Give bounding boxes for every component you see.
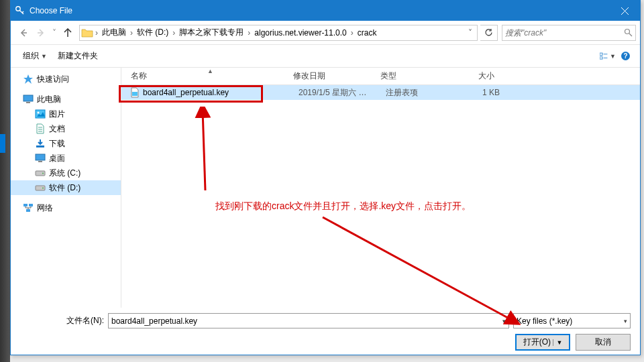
arrow-right-icon [36, 28, 46, 38]
address-bar[interactable]: › 此电脑› 软件 (D:)› 脚本之家下载专用› algorius.net.v… [79, 25, 478, 41]
drive-icon [35, 168, 46, 178]
col-type[interactable]: 类型 [380, 70, 454, 82]
sidebar: 快速访问 此电脑 图片文档下载桌面系统 (C:)软件 (D:) 网络 [11, 68, 121, 308]
svg-rect-17 [26, 102, 30, 103]
window-title: Choose File [30, 6, 610, 15]
help-button[interactable]: ? [617, 48, 633, 64]
svg-rect-32 [26, 209, 30, 212]
search-input[interactable] [505, 28, 624, 38]
view-options[interactable]: ▼ [600, 48, 616, 64]
close-icon [621, 7, 629, 15]
sidebar-this-pc[interactable]: 此电脑 [11, 92, 121, 107]
refresh-button[interactable] [480, 25, 498, 41]
sidebar-item[interactable]: 桌面 [11, 151, 121, 166]
up-button[interactable] [59, 24, 76, 42]
svg-line-9 [629, 34, 632, 36]
search-box[interactable] [502, 25, 636, 41]
svg-text:?: ? [623, 52, 627, 60]
svg-point-19 [38, 112, 40, 114]
close-button[interactable] [610, 1, 640, 21]
drive-icon [35, 182, 46, 193]
sidebar-item[interactable]: 图片 [11, 107, 121, 121]
pictures-icon [35, 109, 46, 119]
breadcrumb[interactable]: 软件 (D:) [133, 25, 172, 40]
annotation-arrow-1 [192, 107, 219, 194]
file-row[interactable]: board4all_perpetual.key2019/1/5 星期六 …注册表… [121, 85, 640, 100]
svg-point-29 [42, 188, 44, 189]
footer: 文件名(N): board4all_perpetual.key▾ Key fil… [11, 308, 640, 355]
svg-rect-24 [36, 154, 45, 160]
file-list: ▲ 名称 修改日期 类型 大小 board4all_perpetual.key2… [121, 68, 640, 308]
cancel-button[interactable]: 取消 [576, 334, 631, 351]
view-icon [600, 52, 608, 61]
svg-point-27 [42, 173, 44, 174]
svg-rect-10 [600, 53, 602, 55]
forward-button[interactable] [32, 24, 50, 42]
new-folder-button[interactable]: 新建文件夹 [52, 48, 103, 64]
key-icon [15, 5, 25, 16]
recent-dropdown[interactable]: ˅ [50, 28, 59, 38]
organize-menu[interactable]: 组织 ▼ [17, 48, 52, 64]
col-size[interactable]: 大小 [454, 70, 508, 82]
col-date[interactable]: 修改日期 [293, 70, 380, 82]
refresh-icon [484, 28, 493, 37]
folder-icon [81, 27, 93, 39]
svg-rect-16 [23, 95, 33, 101]
filetype-filter[interactable]: Key files (*.key)▾ [513, 313, 631, 328]
sidebar-quick-access[interactable]: 快速访问 [11, 72, 121, 86]
svg-line-34 [203, 110, 205, 190]
breadcrumb[interactable]: 脚本之家下载专用 [176, 25, 247, 40]
titlebar: Choose File [11, 1, 640, 21]
filename-input[interactable]: board4all_perpetual.key▾ [108, 313, 509, 328]
sidebar-item[interactable]: 文档 [11, 121, 121, 136]
filename-label: 文件名(N): [57, 315, 104, 326]
documents-icon [35, 123, 46, 134]
arrow-left-icon [19, 28, 28, 38]
svg-rect-23 [36, 145, 44, 147]
network-icon [23, 202, 34, 213]
back-button[interactable] [15, 24, 32, 42]
file-dialog: Choose File ˅ › 此电脑› 软件 (D:)› 脚本之家下载专用› … [10, 0, 641, 355]
svg-line-2 [22, 11, 23, 13]
annotation-text: 找到刚下载的crack文件并且打开，选择.key文件，点击打开。 [215, 200, 471, 213]
toolbar: 组织 ▼ 新建文件夹 ▼ ? [11, 45, 640, 68]
desktop-icon [35, 153, 46, 164]
svg-rect-30 [23, 204, 28, 206]
svg-line-35 [323, 217, 514, 321]
sidebar-item[interactable]: 软件 (D:) [11, 180, 121, 195]
address-dropdown[interactable]: ˅ [464, 28, 476, 38]
column-headers: ▲ 名称 修改日期 类型 大小 [121, 68, 640, 85]
pc-icon [23, 94, 34, 105]
sidebar-item[interactable]: 系统 (C:) [11, 166, 121, 180]
svg-rect-33 [132, 92, 138, 96]
help-icon: ? [621, 51, 631, 61]
breadcrumb[interactable]: 此电脑 [99, 25, 129, 40]
svg-rect-11 [600, 56, 602, 58]
sidebar-item[interactable]: 下载 [11, 136, 121, 151]
open-button[interactable]: 打开(O) ▼ [515, 334, 570, 351]
star-icon [23, 74, 34, 84]
regfile-icon [129, 87, 140, 98]
svg-rect-31 [29, 204, 33, 206]
svg-rect-25 [38, 161, 42, 162]
navbar: ˅ › 此电脑› 软件 (D:)› 脚本之家下载专用› algorius.net… [11, 21, 640, 45]
breadcrumb[interactable]: algorius.net.viewer-11.0.0 [251, 27, 350, 39]
downloads-icon [35, 138, 46, 149]
breadcrumb[interactable]: crack [354, 27, 380, 39]
svg-point-8 [625, 29, 630, 34]
arrow-up-icon [63, 28, 72, 38]
search-icon [624, 28, 633, 37]
sidebar-network[interactable]: 网络 [11, 200, 121, 215]
